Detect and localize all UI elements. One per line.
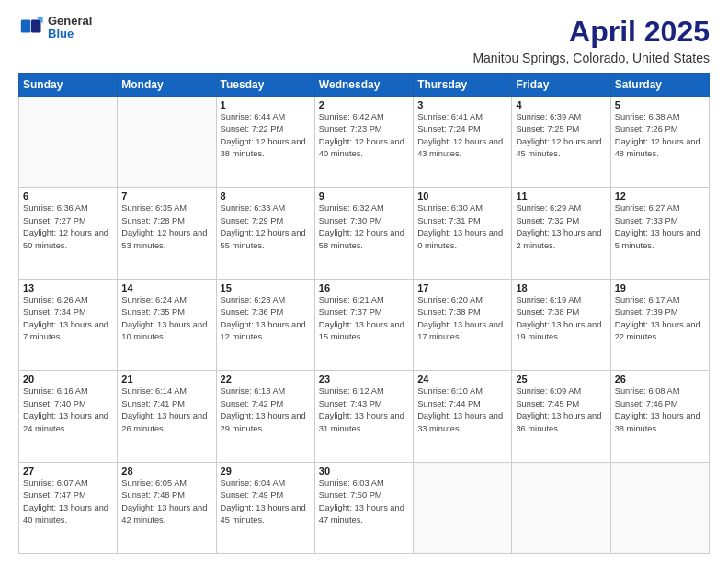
svg-rect-2 — [31, 20, 41, 33]
calendar-cell: 21Sunrise: 6:14 AM Sunset: 7:41 PM Dayli… — [118, 371, 216, 462]
calendar-week-row: 6Sunrise: 6:36 AM Sunset: 7:27 PM Daylig… — [19, 188, 710, 279]
calendar-cell: 15Sunrise: 6:23 AM Sunset: 7:36 PM Dayli… — [216, 279, 314, 370]
day-of-week-header: Saturday — [610, 74, 709, 97]
day-number: 12 — [615, 190, 705, 201]
calendar-week-row: 13Sunrise: 6:26 AM Sunset: 7:34 PM Dayli… — [19, 279, 710, 370]
calendar-cell: 19Sunrise: 6:17 AM Sunset: 7:39 PM Dayli… — [610, 279, 709, 370]
calendar-cell: 29Sunrise: 6:04 AM Sunset: 7:49 PM Dayli… — [216, 462, 314, 553]
calendar-week-row: 1Sunrise: 6:44 AM Sunset: 7:22 PM Daylig… — [19, 97, 710, 188]
calendar-cell — [610, 462, 709, 553]
calendar-cell: 1Sunrise: 6:44 AM Sunset: 7:22 PM Daylig… — [216, 97, 314, 188]
day-number: 16 — [319, 282, 409, 293]
logo-general: General — [48, 15, 92, 28]
day-info: Sunrise: 6:07 AM Sunset: 7:47 PM Dayligh… — [23, 477, 113, 527]
day-of-week-header: Sunday — [19, 74, 118, 97]
day-number: 4 — [516, 99, 606, 110]
day-info: Sunrise: 6:27 AM Sunset: 7:33 PM Dayligh… — [615, 202, 705, 252]
day-info: Sunrise: 6:29 AM Sunset: 7:32 PM Dayligh… — [516, 202, 606, 252]
day-info: Sunrise: 6:39 AM Sunset: 7:25 PM Dayligh… — [516, 111, 606, 161]
day-number: 18 — [516, 282, 606, 293]
day-of-week-header: Wednesday — [314, 74, 413, 97]
calendar-cell: 16Sunrise: 6:21 AM Sunset: 7:37 PM Dayli… — [314, 279, 413, 370]
calendar-cell: 26Sunrise: 6:08 AM Sunset: 7:46 PM Dayli… — [610, 371, 709, 462]
calendar-cell: 13Sunrise: 6:26 AM Sunset: 7:34 PM Dayli… — [19, 279, 118, 370]
calendar-cell: 7Sunrise: 6:35 AM Sunset: 7:28 PM Daylig… — [118, 188, 216, 279]
day-info: Sunrise: 6:21 AM Sunset: 7:37 PM Dayligh… — [319, 294, 409, 344]
day-number: 7 — [121, 190, 211, 201]
calendar-cell — [118, 97, 216, 188]
logo-icon — [18, 15, 44, 40]
day-number: 19 — [615, 282, 705, 293]
calendar-cell: 22Sunrise: 6:13 AM Sunset: 7:42 PM Dayli… — [216, 371, 314, 462]
day-info: Sunrise: 6:41 AM Sunset: 7:24 PM Dayligh… — [417, 111, 507, 161]
day-info: Sunrise: 6:38 AM Sunset: 7:26 PM Dayligh… — [615, 111, 705, 161]
calendar-cell: 10Sunrise: 6:30 AM Sunset: 7:31 PM Dayli… — [414, 188, 512, 279]
day-number: 8 — [221, 190, 311, 201]
day-number: 9 — [319, 190, 409, 201]
page: General Blue April 2025 Manitou Springs,… — [0, 0, 728, 563]
day-info: Sunrise: 6:10 AM Sunset: 7:44 PM Dayligh… — [417, 385, 507, 435]
calendar-cell: 5Sunrise: 6:38 AM Sunset: 7:26 PM Daylig… — [610, 97, 709, 188]
calendar-cell: 17Sunrise: 6:20 AM Sunset: 7:38 PM Dayli… — [414, 279, 512, 370]
day-of-week-header: Monday — [118, 74, 216, 97]
calendar-cell: 8Sunrise: 6:33 AM Sunset: 7:29 PM Daylig… — [216, 188, 314, 279]
day-info: Sunrise: 6:13 AM Sunset: 7:42 PM Dayligh… — [221, 385, 311, 435]
calendar-week-row: 20Sunrise: 6:16 AM Sunset: 7:40 PM Dayli… — [19, 371, 710, 462]
calendar-cell: 12Sunrise: 6:27 AM Sunset: 7:33 PM Dayli… — [610, 188, 709, 279]
day-number: 25 — [516, 373, 606, 385]
day-info: Sunrise: 6:24 AM Sunset: 7:35 PM Dayligh… — [121, 294, 211, 344]
calendar-cell: 14Sunrise: 6:24 AM Sunset: 7:35 PM Dayli… — [118, 279, 216, 370]
day-number: 26 — [615, 373, 705, 385]
day-number: 17 — [417, 282, 507, 293]
day-info: Sunrise: 6:03 AM Sunset: 7:50 PM Dayligh… — [319, 477, 409, 527]
day-number: 20 — [23, 373, 113, 385]
day-number: 23 — [319, 373, 409, 385]
day-info: Sunrise: 6:26 AM Sunset: 7:34 PM Dayligh… — [23, 294, 113, 344]
day-info: Sunrise: 6:05 AM Sunset: 7:48 PM Dayligh… — [121, 477, 211, 527]
day-info: Sunrise: 6:30 AM Sunset: 7:31 PM Dayligh… — [417, 202, 507, 252]
days-of-week-row: SundayMondayTuesdayWednesdayThursdayFrid… — [19, 74, 710, 97]
day-number: 5 — [615, 99, 705, 110]
day-info: Sunrise: 6:12 AM Sunset: 7:43 PM Dayligh… — [319, 385, 409, 435]
logo-blue: Blue — [48, 28, 92, 40]
calendar-cell: 6Sunrise: 6:36 AM Sunset: 7:27 PM Daylig… — [19, 188, 118, 279]
day-number: 24 — [417, 373, 507, 385]
calendar-cell: 28Sunrise: 6:05 AM Sunset: 7:48 PM Dayli… — [118, 462, 216, 553]
day-info: Sunrise: 6:17 AM Sunset: 7:39 PM Dayligh… — [615, 294, 705, 344]
calendar-cell: 3Sunrise: 6:41 AM Sunset: 7:24 PM Daylig… — [414, 97, 512, 188]
day-info: Sunrise: 6:23 AM Sunset: 7:36 PM Dayligh… — [221, 294, 311, 344]
day-number: 11 — [516, 190, 606, 201]
calendar-table: SundayMondayTuesdayWednesdayThursdayFrid… — [18, 73, 710, 554]
day-number: 15 — [221, 282, 311, 293]
calendar-cell: 30Sunrise: 6:03 AM Sunset: 7:50 PM Dayli… — [314, 462, 413, 553]
day-info: Sunrise: 6:33 AM Sunset: 7:29 PM Dayligh… — [221, 202, 311, 252]
calendar-cell: 11Sunrise: 6:29 AM Sunset: 7:32 PM Dayli… — [512, 188, 610, 279]
day-of-week-header: Thursday — [414, 74, 512, 97]
day-number: 28 — [121, 465, 211, 477]
day-number: 10 — [417, 190, 507, 201]
day-number: 27 — [23, 465, 113, 477]
day-number: 13 — [23, 282, 113, 293]
day-of-week-header: Tuesday — [216, 74, 314, 97]
day-number: 30 — [319, 465, 409, 477]
day-info: Sunrise: 6:44 AM Sunset: 7:22 PM Dayligh… — [221, 111, 311, 161]
day-info: Sunrise: 6:14 AM Sunset: 7:41 PM Dayligh… — [121, 385, 211, 435]
subtitle: Manitou Springs, Colorado, United States — [472, 51, 710, 65]
calendar-cell: 25Sunrise: 6:09 AM Sunset: 7:45 PM Dayli… — [512, 371, 610, 462]
header: General Blue April 2025 Manitou Springs,… — [18, 15, 710, 65]
day-info: Sunrise: 6:09 AM Sunset: 7:45 PM Dayligh… — [516, 385, 606, 435]
day-info: Sunrise: 6:20 AM Sunset: 7:38 PM Dayligh… — [417, 294, 507, 344]
day-info: Sunrise: 6:19 AM Sunset: 7:38 PM Dayligh… — [516, 294, 606, 344]
day-info: Sunrise: 6:32 AM Sunset: 7:30 PM Dayligh… — [319, 202, 409, 252]
logo-text: General Blue — [48, 15, 92, 41]
calendar-cell — [414, 462, 512, 553]
calendar-cell: 27Sunrise: 6:07 AM Sunset: 7:47 PM Dayli… — [19, 462, 118, 553]
calendar-header: SundayMondayTuesdayWednesdayThursdayFrid… — [19, 74, 710, 97]
calendar-cell — [19, 97, 118, 188]
logo: General Blue — [18, 15, 92, 41]
day-number: 2 — [319, 99, 409, 110]
day-info: Sunrise: 6:36 AM Sunset: 7:27 PM Dayligh… — [23, 202, 113, 252]
day-number: 22 — [221, 373, 311, 385]
day-info: Sunrise: 6:42 AM Sunset: 7:23 PM Dayligh… — [319, 111, 409, 161]
calendar-cell: 24Sunrise: 6:10 AM Sunset: 7:44 PM Dayli… — [414, 371, 512, 462]
